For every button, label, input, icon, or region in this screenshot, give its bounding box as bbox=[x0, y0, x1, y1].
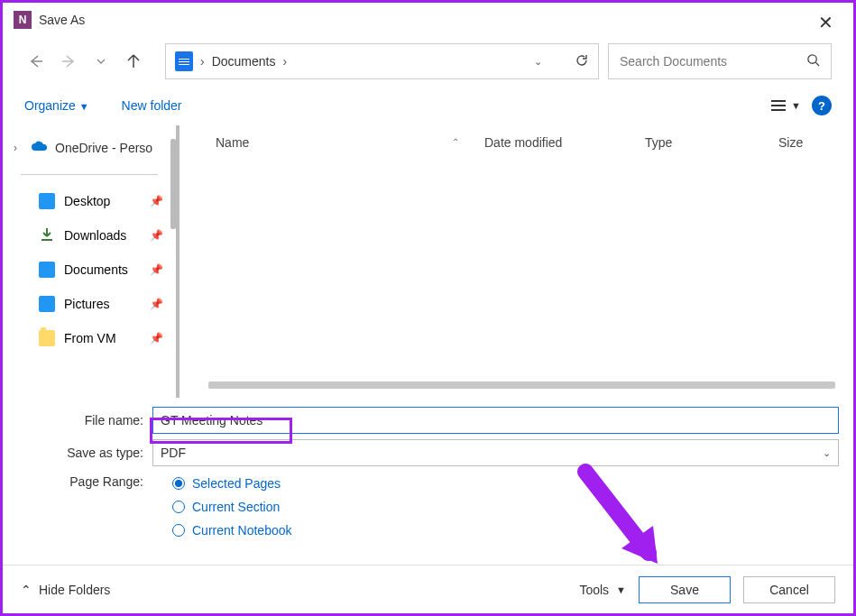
chevron-right-icon[interactable]: › bbox=[14, 142, 23, 154]
column-header-name[interactable]: Name⌃ bbox=[179, 135, 472, 150]
file-list-area[interactable]: Name⌃ Date modified Type Size bbox=[176, 125, 853, 398]
sidebar-item-pictures[interactable]: Pictures 📌 bbox=[3, 287, 176, 321]
desktop-icon bbox=[39, 193, 55, 209]
address-bar[interactable]: › Documents › ⌄ bbox=[165, 43, 599, 79]
radio-icon bbox=[172, 501, 185, 513]
help-button[interactable]: ? bbox=[812, 96, 832, 115]
forward-button[interactable] bbox=[57, 50, 80, 73]
search-input[interactable] bbox=[620, 54, 806, 69]
pictures-icon bbox=[39, 296, 55, 312]
folder-icon bbox=[39, 330, 55, 346]
pagerange-label: Page Range: bbox=[17, 472, 152, 489]
downloads-icon bbox=[39, 226, 55, 245]
sidebar-item-label: Downloads bbox=[64, 228, 126, 243]
column-header-size[interactable]: Size bbox=[766, 135, 853, 150]
sidebar-item-label: Documents bbox=[64, 262, 128, 277]
close-button[interactable]: ✕ bbox=[811, 8, 841, 37]
new-folder-button[interactable]: New folder bbox=[122, 98, 182, 113]
tools-menu[interactable]: Tools▼ bbox=[579, 583, 626, 597]
savetype-label: Save as type: bbox=[17, 446, 152, 460]
sidebar-item-desktop[interactable]: Desktop 📌 bbox=[3, 184, 176, 218]
radio-selected-pages[interactable]: Selected Pages bbox=[172, 472, 292, 495]
window-title: Save As bbox=[39, 13, 85, 27]
folder-tree: › OneDrive - Perso Desktop 📌 Downloads 📌… bbox=[3, 125, 176, 398]
vertical-scrollbar[interactable] bbox=[170, 139, 176, 229]
chevron-right-icon[interactable]: › bbox=[200, 54, 205, 69]
column-header-date[interactable]: Date modified bbox=[472, 135, 632, 150]
chevron-down-icon: ⌄ bbox=[823, 447, 831, 459]
search-box[interactable] bbox=[608, 43, 832, 79]
chevron-right-icon[interactable]: › bbox=[282, 54, 287, 69]
documents-icon bbox=[39, 262, 55, 278]
sidebar-item-label: Pictures bbox=[64, 297, 110, 311]
cancel-button[interactable]: Cancel bbox=[743, 576, 835, 603]
savetype-select[interactable]: PDF ⌄ bbox=[152, 439, 839, 466]
sort-caret-icon: ⌃ bbox=[452, 137, 459, 147]
sidebar-item-from-vm[interactable]: From VM 📌 bbox=[3, 321, 176, 355]
recent-dropdown[interactable] bbox=[89, 50, 113, 73]
radio-icon bbox=[172, 524, 185, 537]
list-view-icon bbox=[771, 100, 786, 111]
pin-icon: 📌 bbox=[150, 195, 163, 207]
cloud-icon bbox=[30, 140, 48, 156]
address-dropdown[interactable]: ⌄ bbox=[534, 56, 542, 68]
sidebar-item-onedrive[interactable]: › OneDrive - Perso bbox=[3, 131, 176, 165]
back-button[interactable] bbox=[24, 50, 48, 73]
pin-icon: 📌 bbox=[150, 263, 163, 276]
documents-folder-icon bbox=[175, 51, 193, 71]
breadcrumb[interactable]: Documents bbox=[212, 54, 276, 69]
pin-icon: 📌 bbox=[150, 229, 163, 242]
up-button[interactable] bbox=[122, 50, 145, 73]
onenote-app-icon: N bbox=[14, 11, 32, 29]
sidebar-item-label: From VM bbox=[64, 331, 116, 345]
chevron-up-icon: ⌃ bbox=[21, 583, 32, 597]
sidebar-item-label: Desktop bbox=[64, 194, 110, 208]
filename-label: File name: bbox=[17, 413, 152, 428]
svg-point-0 bbox=[808, 55, 816, 63]
column-header-type[interactable]: Type bbox=[632, 135, 766, 150]
filename-input[interactable] bbox=[152, 407, 839, 434]
organize-menu[interactable]: Organize ▼ bbox=[24, 98, 89, 113]
save-button[interactable]: Save bbox=[639, 576, 731, 603]
radio-icon bbox=[172, 477, 185, 490]
refresh-button[interactable] bbox=[575, 53, 589, 70]
search-icon[interactable] bbox=[806, 53, 820, 69]
sidebar-item-documents[interactable]: Documents 📌 bbox=[3, 253, 176, 287]
hide-folders-button[interactable]: ⌃ Hide Folders bbox=[21, 583, 110, 597]
radio-current-section[interactable]: Current Section bbox=[172, 495, 292, 519]
pin-icon: 📌 bbox=[150, 298, 163, 310]
horizontal-scrollbar[interactable] bbox=[208, 382, 835, 389]
sidebar-item-downloads[interactable]: Downloads 📌 bbox=[3, 218, 176, 253]
radio-current-notebook[interactable]: Current Notebook bbox=[172, 519, 292, 542]
pin-icon: 📌 bbox=[150, 332, 163, 345]
view-mode-menu[interactable]: ▼ bbox=[771, 100, 801, 111]
